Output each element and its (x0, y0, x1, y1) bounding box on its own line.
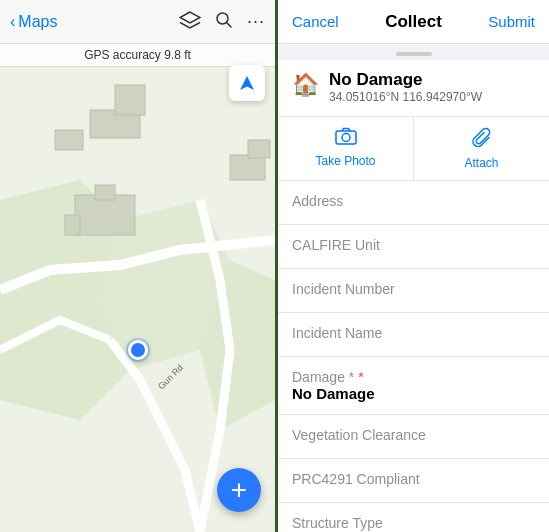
field-value: No Damage (292, 385, 535, 402)
form-field[interactable]: PRC4291 Compliant (278, 459, 549, 503)
field-label: PRC4291 Compliant (292, 471, 535, 487)
svg-line-14 (226, 22, 231, 27)
svg-rect-10 (95, 185, 115, 200)
location-dot (128, 340, 148, 360)
svg-point-16 (342, 134, 350, 142)
form-section: AddressCALFIRE UnitIncident NumberIncide… (278, 181, 549, 532)
svg-rect-9 (65, 215, 80, 235)
collect-topbar: Cancel Collect Submit (278, 0, 549, 44)
form-field[interactable]: Vegetation Clearance (278, 415, 549, 459)
svg-rect-12 (248, 140, 270, 158)
svg-rect-11 (230, 155, 265, 180)
form-field[interactable]: CALFIRE Unit (278, 225, 549, 269)
feature-coords: 34.051016°N 116.942970°W (329, 90, 535, 104)
svg-rect-7 (55, 130, 83, 150)
action-row: Take Photo Attach (278, 117, 549, 181)
attach-label: Attach (464, 156, 498, 170)
take-photo-button[interactable]: Take Photo (278, 117, 414, 180)
plus-icon: + (231, 474, 247, 506)
attach-button[interactable]: Attach (414, 117, 549, 180)
map-tools: ··· (179, 11, 265, 33)
submit-button[interactable]: Submit (488, 13, 535, 30)
attach-icon (472, 127, 492, 152)
drag-handle (396, 52, 432, 56)
take-photo-label: Take Photo (315, 154, 375, 168)
layers-icon[interactable] (179, 11, 201, 33)
feature-header: 🏠 No Damage 34.051016°N 116.942970°W (278, 60, 549, 117)
chevron-left-icon: ‹ (10, 13, 15, 31)
form-field[interactable]: Incident Number (278, 269, 549, 313)
gps-accuracy-text: GPS accuracy 9.8 ft (84, 48, 191, 62)
svg-rect-8 (75, 195, 135, 235)
form-field[interactable]: Structure Type (278, 503, 549, 532)
more-icon[interactable]: ··· (247, 11, 265, 32)
field-label: Incident Name (292, 325, 535, 341)
field-label: Vegetation Clearance (292, 427, 535, 443)
camera-icon (335, 127, 357, 150)
field-label: CALFIRE Unit (292, 237, 535, 253)
gps-accuracy-bar: GPS accuracy 9.8 ft (0, 44, 275, 67)
map-topbar: ‹ Maps ··· (0, 0, 275, 44)
back-button[interactable]: ‹ Maps (10, 13, 57, 31)
collect-panel: Cancel Collect Submit 🏠 No Damage 34.051… (278, 0, 549, 532)
field-label: Incident Number (292, 281, 535, 297)
svg-rect-6 (115, 85, 145, 115)
form-field[interactable]: Incident Name (278, 313, 549, 357)
field-label: Structure Type (292, 515, 535, 531)
form-field[interactable]: Address (278, 181, 549, 225)
collect-title: Collect (385, 12, 442, 32)
form-field[interactable]: Damage *No Damage (278, 357, 549, 415)
navigate-button[interactable] (229, 65, 265, 101)
cancel-button[interactable]: Cancel (292, 13, 339, 30)
back-label[interactable]: Maps (18, 13, 57, 31)
field-label: Address (292, 193, 535, 209)
add-button[interactable]: + (217, 468, 261, 512)
map-panel: ‹ Maps ··· GPS accuracy 9.8 ft (0, 0, 275, 532)
feature-title-block: No Damage 34.051016°N 116.942970°W (329, 70, 535, 104)
feature-name: No Damage (329, 70, 535, 90)
collect-scroll-area[interactable]: 🏠 No Damage 34.051016°N 116.942970°W Tak… (278, 44, 549, 532)
field-label: Damage * (292, 369, 535, 385)
search-icon[interactable] (215, 11, 233, 33)
feature-type-icon: 🏠 (292, 72, 319, 98)
